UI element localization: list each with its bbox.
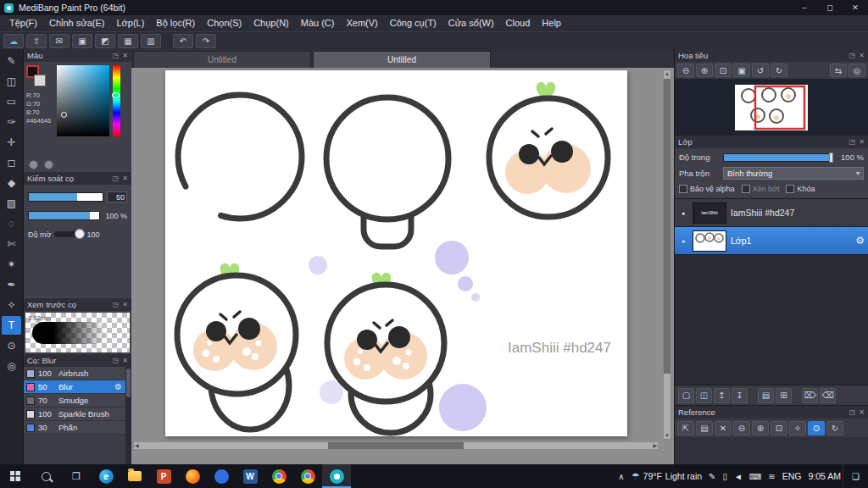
menu-item-tools[interactable]: Công cụ(T) [384,15,442,31]
blend-mode-select[interactable]: Bình thường ▾ [723,167,864,180]
delete-layer-button[interactable]: ⌫ [820,388,836,403]
close-reference-icon[interactable]: ✕ [715,421,732,435]
brush-settings-gear-icon[interactable]: ⚙ [114,382,122,391]
scroll-down-icon[interactable]: ▼ [664,432,670,439]
taskbar-app-word[interactable]: W [236,464,264,488]
horizontal-scrollbar[interactable]: ◀ ▶ [133,441,659,450]
brush-list-scrollbar[interactable] [125,367,131,464]
select-ellipse-tool-icon[interactable]: ◌ [2,214,21,233]
brush-item-phan[interactable]: 30 Phấn [24,421,125,435]
menu-item-view[interactable]: Xem(V) [340,15,383,31]
layer-opacity-slider[interactable] [723,153,833,162]
clipping-checkbox[interactable]: Xén bớt [742,185,780,193]
new-folder-button[interactable]: ▤ [758,388,774,403]
menu-item-help[interactable]: Help [536,15,567,31]
task-view-button[interactable]: ❒ [61,464,92,488]
vertical-scrollbar[interactable]: ▲ ▼ [663,69,671,440]
background-swatch[interactable] [34,75,46,86]
close-icon[interactable]: ✕ [859,408,865,416]
cloud-icon[interactable]: ☁ [3,34,24,48]
menu-item-edit[interactable]: Chỉnh sửa(E) [43,15,110,31]
battery-icon[interactable]: ▯ [722,472,727,481]
pen-tool-icon[interactable]: ✎ [2,52,21,70]
scroll-right-icon[interactable]: ▶ [653,442,657,449]
hand-tool-icon[interactable]: ⊙ [2,336,21,355]
bucket-tool-icon[interactable]: ◆ [2,174,21,192]
menu-item-select[interactable]: Chọn(S) [201,15,248,31]
open-folder-icon[interactable]: ▤ [696,421,713,435]
ref-rotate-icon[interactable]: ↻ [826,421,843,435]
rotate-right-icon[interactable]: ↻ [771,64,787,77]
close-icon[interactable]: ✕ [122,52,128,59]
ref-zoom-out-icon[interactable]: ⊖ [733,421,750,435]
weather-widget[interactable]: ☂ 79°F Light rain [632,471,702,482]
maximize-button[interactable]: ◻ [817,0,843,15]
network-icon[interactable]: ≋ [768,472,775,481]
popout-icon[interactable]: ◳ [113,357,120,364]
fit-window-icon[interactable]: ⊡ [715,64,732,77]
menu-item-file[interactable]: Tệp(F) [3,15,43,31]
navigator-thumbnail[interactable] [735,85,808,130]
layer-opacity-knob[interactable] [829,152,833,163]
menu-item-filter[interactable]: Bộ lọc(R) [150,15,201,31]
merge-layer-button[interactable]: ⊞ [776,388,792,403]
figure-tool-icon[interactable]: ▭ [2,92,21,111]
gradient-tool-icon[interactable]: ▨ [2,194,21,213]
move-layer-up-button[interactable]: ↥ [714,388,730,403]
menu-item-cloud[interactable]: Cloud [500,15,537,31]
pin-icon[interactable]: ⇱ [677,421,694,435]
menu-item-color[interactable]: Màu (C) [295,15,341,31]
zoom-in-icon[interactable]: ⊕ [696,64,713,77]
palette-mode-icon[interactable] [29,160,38,169]
popout-icon[interactable]: ◳ [849,138,856,146]
tab-untitled-2[interactable]: Untitled [313,51,491,68]
notification-center-icon[interactable]: ❏ [843,464,868,488]
checkbox-icon[interactable] [786,185,794,193]
lock-checkbox[interactable]: Khóa [786,185,815,193]
taskbar-app-file-explorer[interactable] [120,464,149,488]
close-icon[interactable]: ✕ [859,52,865,59]
menu-item-layer[interactable]: Lớp(L) [110,15,150,31]
eraser-tool-icon[interactable]: ◫ [2,72,21,91]
layer-visibility-icon[interactable]: ● [678,238,688,244]
brush-size-slider[interactable] [28,192,103,202]
lasso-tool-icon[interactable]: ✄ [2,235,21,253]
popout-icon[interactable]: ◳ [849,408,856,416]
popout-icon[interactable]: ◳ [849,52,856,59]
taskbar-app-firefox[interactable] [178,464,207,488]
material-icon[interactable]: ▥ [141,34,161,48]
minimize-button[interactable]: – [792,0,817,15]
taskbar-app-edge[interactable]: e [92,464,120,488]
snapshot-icon[interactable]: ▣ [72,34,92,48]
canvas-page[interactable]: IamShiii #hd247 [165,70,627,436]
hue-indicator[interactable] [112,92,120,98]
wheel-mode-icon[interactable] [44,160,53,169]
move-tool-icon[interactable]: ✛ [2,133,21,152]
close-icon[interactable]: ✕ [122,301,128,308]
ref-hand-icon[interactable]: ⊙ [808,421,825,435]
flip-horizontal-icon[interactable]: ⇆ [830,64,847,77]
clear-layer-button[interactable]: ⌦ [802,388,818,403]
ref-eyedropper-icon[interactable]: ✧ [789,421,806,435]
redo-button[interactable]: ↷ [196,34,216,48]
softness-slider[interactable] [54,231,83,237]
taskbar-app-powerpoint[interactable]: P [149,464,178,488]
alpha-lock-checkbox[interactable]: Bảo vệ alpha [679,185,735,193]
fg-bg-swatches[interactable] [26,65,48,89]
brush-item-smudge[interactable]: 70 Smudge [24,394,125,408]
duplicate-layer-button[interactable]: ◫ [696,388,712,403]
layer-row-lop1[interactable]: ● Lớp1 ⚙ [675,227,868,255]
search-button[interactable] [31,464,61,488]
control-pen-tool-icon[interactable]: ✒ [2,275,21,294]
popout-icon[interactable]: ◳ [113,52,120,59]
brush-item-blur[interactable]: 50 Blur ⚙ [24,380,125,394]
brush-size-value[interactable]: 50 [107,191,127,202]
text-tool-icon[interactable]: T [2,316,21,335]
taskbar-app-medibang[interactable] [322,464,351,488]
magic-wand-tool-icon[interactable]: ✶ [2,255,21,274]
layer-visibility-icon[interactable]: ● [678,210,688,216]
menu-item-snap[interactable]: Chụp(N) [248,15,295,31]
tab-untitled-1[interactable]: Untitled [133,51,311,68]
hue-slider[interactable] [113,65,120,136]
brush-tool-icon[interactable]: ✑ [2,113,21,131]
